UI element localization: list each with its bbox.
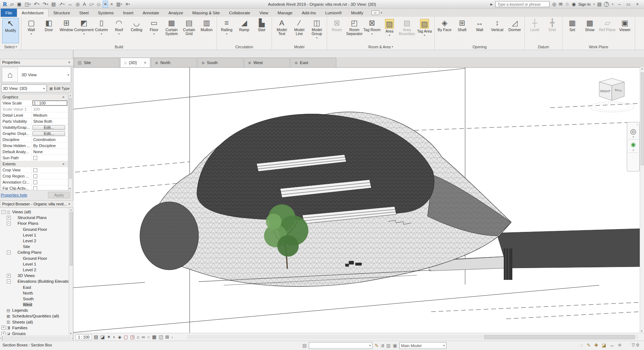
canvas-scrollbar-horizontal[interactable] bbox=[187, 335, 638, 339]
browser-scrollbar-horizontal[interactable]: ‹ › bbox=[0, 336, 73, 341]
tree-expander[interactable] bbox=[12, 227, 16, 231]
collapse-chevron-icon[interactable]: « bbox=[62, 96, 66, 98]
qat-button[interactable]: ◳ ▾ bbox=[24, 1, 32, 8]
ribbon-button[interactable]: ▩ Show ▾ bbox=[581, 18, 599, 44]
property-value[interactable]: Edit... bbox=[32, 131, 68, 136]
worksets-icon[interactable]: ▤ bbox=[302, 343, 307, 348]
qat-button[interactable]: ▣ ▾ bbox=[16, 1, 23, 8]
qat-button[interactable]: ≡ ▾ bbox=[103, 1, 108, 8]
tree-item[interactable]: Site bbox=[0, 244, 69, 249]
design-options-icon[interactable]: ▥ bbox=[386, 343, 390, 348]
reveal-hidden-icon[interactable]: ○ bbox=[147, 334, 150, 340]
tree-item[interactable]: ◨ Families bbox=[0, 325, 69, 331]
property-value[interactable]: By Discipline bbox=[32, 143, 68, 148]
checkbox[interactable] bbox=[33, 186, 37, 190]
tree-item[interactable]: Elevations (Building Elevation bbox=[0, 278, 69, 284]
qat-button[interactable]: ↶ ▾ bbox=[33, 1, 40, 8]
constraints-icon[interactable]: ⊞ bbox=[165, 334, 169, 340]
ribbon-button[interactable]: ┼ Level ▾ bbox=[526, 18, 543, 44]
tree-expander[interactable] bbox=[1, 320, 5, 324]
qat-button[interactable]: ↗ ▾ bbox=[58, 1, 65, 8]
property-row[interactable]: Far Clip Activ... « bbox=[1, 185, 68, 190]
modify-button[interactable]: ↖ Modify bbox=[2, 18, 19, 43]
ribbon-button[interactable]: ▢ Wall ▾ bbox=[23, 18, 40, 44]
checkbox[interactable] bbox=[33, 156, 37, 160]
select-links-icon[interactable]: ◌ bbox=[580, 342, 583, 348]
ribbon-button[interactable]: ◿ Dormer ▾ bbox=[506, 18, 523, 44]
ribbon-button[interactable]: ▥ Mullion ▾ bbox=[198, 18, 215, 44]
cart-icon[interactable]: ▤ bbox=[597, 1, 601, 7]
qat-button[interactable]: ◎ ▾ bbox=[74, 1, 80, 8]
visual-style-icon[interactable]: ◪ bbox=[100, 334, 104, 340]
property-value[interactable]: Medium bbox=[32, 113, 68, 118]
property-row[interactable]: View Scale 1 : 100 « bbox=[1, 100, 68, 106]
rendering-icon[interactable]: ◈ bbox=[118, 334, 121, 340]
ribbon-button[interactable]: ◈ By Face ▾ bbox=[436, 18, 453, 44]
view-selector-combo[interactable]: 3D View: {3D} ▾ bbox=[1, 84, 47, 92]
ribbon-button[interactable]: ▦ Set ▾ bbox=[564, 18, 581, 44]
search-input[interactable] bbox=[495, 1, 550, 7]
ribbon-button[interactable]: ▧ Area Boundary ▾ bbox=[398, 18, 416, 44]
sign-in-label[interactable]: Sign In bbox=[578, 2, 590, 6]
view-tab[interactable]: ◈ South × bbox=[197, 58, 243, 67]
qat-button[interactable]: ⌂ ▾ bbox=[88, 1, 94, 8]
selection-filter[interactable]: ▽ :0 bbox=[632, 342, 639, 347]
ribbon-button[interactable]: ⊠ Room ▾ bbox=[328, 18, 346, 44]
property-value[interactable]: 100 bbox=[32, 107, 68, 112]
tree-expander[interactable] bbox=[1, 308, 5, 312]
ribbon-tab[interactable]: Annotate bbox=[138, 9, 164, 17]
dropdown-arrow-icon[interactable]: ▾ bbox=[612, 3, 613, 6]
property-row[interactable]: Crop Region ... « bbox=[1, 173, 68, 179]
property-row[interactable]: Scale Value 1: 100 « bbox=[1, 106, 68, 112]
gear-icon[interactable]: ✱ bbox=[618, 342, 622, 348]
ribbon-button[interactable]: ◫ Model Group ▾ bbox=[308, 18, 326, 44]
locked-3d-icon[interactable]: ⌂ bbox=[137, 334, 140, 340]
tree-item[interactable]: West bbox=[0, 302, 69, 307]
sun-path-icon[interactable]: ✶ bbox=[107, 334, 111, 340]
close-icon[interactable]: × bbox=[634, 1, 641, 8]
restore-icon[interactable]: ▭ bbox=[624, 1, 633, 8]
tree-item[interactable]: ▥ Sheets (all) bbox=[0, 319, 69, 325]
qat-button[interactable]: ▥ ▾ bbox=[115, 1, 123, 8]
tree-item[interactable]: Level 1 bbox=[0, 261, 69, 267]
property-value[interactable] bbox=[32, 168, 68, 172]
checkbox[interactable] bbox=[33, 180, 37, 184]
view-tab[interactable]: ⌂ {3D} × bbox=[120, 58, 150, 67]
ribbon-button[interactable]: ≡ Railing ▾ bbox=[218, 18, 235, 44]
user-icon[interactable]: ◉ bbox=[572, 1, 576, 7]
workset-combo[interactable]: ▾ bbox=[309, 342, 372, 349]
select-pinned-icon[interactable]: ✚ bbox=[594, 342, 598, 348]
tree-item[interactable]: Structural Plans bbox=[0, 215, 69, 220]
ribbon-tab[interactable]: Systems bbox=[93, 9, 118, 17]
tree-expander[interactable] bbox=[1, 332, 5, 335]
ribbon-tab[interactable]: Add-Ins bbox=[297, 9, 321, 17]
crop-view-icon[interactable]: ▢ bbox=[123, 334, 128, 340]
view-tab[interactable]: ◈ East × bbox=[291, 58, 336, 67]
tree-expander[interactable] bbox=[12, 285, 16, 289]
ribbon-tab[interactable]: Insert bbox=[118, 9, 138, 17]
tree-item[interactable]: Ground Floor bbox=[0, 227, 69, 232]
ribbon-button[interactable]: ◠ Roof ▾ bbox=[110, 18, 128, 44]
property-row[interactable]: Crop View « bbox=[1, 167, 68, 173]
scroll-right-icon[interactable]: › bbox=[72, 336, 73, 340]
ribbon-button[interactable]: ▤ Curtain Grid ▾ bbox=[180, 18, 198, 44]
tree-expander[interactable] bbox=[7, 222, 11, 225]
ribbon-tab[interactable]: File bbox=[1, 9, 17, 17]
ribbon-tab[interactable]: Analyze bbox=[164, 9, 188, 17]
search-arrow-icon[interactable]: ▸ bbox=[491, 1, 493, 7]
ribbon-tab[interactable]: Architecture bbox=[17, 9, 49, 17]
nav-tool[interactable]: ◎ ▾ bbox=[628, 126, 639, 140]
property-row[interactable]: Parts Visibility Show Both « bbox=[1, 118, 68, 125]
select-underlay-icon[interactable]: ✎ bbox=[587, 342, 591, 348]
tree-item[interactable]: East bbox=[0, 284, 69, 290]
select-face-icon[interactable]: ◪ bbox=[602, 342, 606, 348]
property-value[interactable] bbox=[32, 180, 68, 184]
property-value[interactable]: Coordination bbox=[32, 137, 68, 142]
ribbon-tab[interactable]: Lumion® bbox=[321, 9, 346, 17]
show-crop-icon[interactable]: ◳ bbox=[130, 334, 135, 340]
qat-button[interactable]: ▤ ▾ bbox=[50, 1, 57, 8]
property-value[interactable] bbox=[32, 156, 68, 160]
property-row[interactable]: Extents « bbox=[1, 161, 68, 167]
tree-item[interactable]: Level 1 bbox=[0, 232, 69, 238]
detail-level-icon[interactable]: ▤ bbox=[94, 334, 98, 340]
